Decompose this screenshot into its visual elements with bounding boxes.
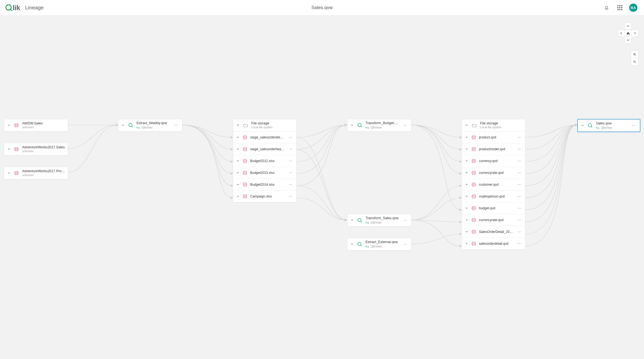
transform-budget-node[interactable]: Transform_Budget.qvw QlikView ⋯ <box>347 119 411 132</box>
more-icon[interactable]: ⋯ <box>516 205 522 211</box>
expand-icon[interactable] <box>581 124 584 127</box>
more-icon[interactable]: ⋯ <box>288 158 294 164</box>
more-icon[interactable]: ⋯ <box>402 122 408 129</box>
link-icon <box>366 221 369 224</box>
zoom-in-button[interactable] <box>631 51 639 58</box>
source-node-1[interactable]: AdventureWorks2017.Sales unknown <box>4 143 68 155</box>
more-icon[interactable]: ⋯ <box>402 241 408 247</box>
notifications-icon[interactable] <box>603 4 610 12</box>
expand-icon[interactable] <box>236 194 240 198</box>
source-node-2[interactable]: AdventureWorks2017.Produ... unknown <box>4 167 68 179</box>
expand-icon[interactable] <box>236 183 240 187</box>
expand-icon[interactable] <box>465 183 469 187</box>
node-subtitle: Local file system <box>251 126 294 129</box>
expand-icon[interactable] <box>236 147 240 151</box>
file-row[interactable]: Budget2014.xlsx⋯ <box>233 179 296 191</box>
file-storage-2[interactable]: File storage Local file system product.q… <box>462 119 525 250</box>
file-row[interactable]: customer.qvd⋯ <box>462 179 525 191</box>
more-icon[interactable]: ⋯ <box>288 134 294 140</box>
expand-icon[interactable] <box>465 194 469 198</box>
file-row[interactable]: product.qvd⋯ <box>462 132 525 143</box>
expand-icon[interactable] <box>465 230 469 234</box>
file-row[interactable]: Budget2013.xlsx⋯ <box>233 167 296 179</box>
file-row[interactable]: stage_salesorderhead...⋯ <box>233 143 296 155</box>
expand-icon[interactable] <box>465 147 469 151</box>
file-row[interactable]: budget.qvd⋯ <box>462 202 525 214</box>
transform-sales-node[interactable]: Transform_Sales.qvw QlikView ⋯ <box>347 214 411 227</box>
nav-controls <box>618 23 639 44</box>
extract-external-node[interactable]: Extract_External.qvw QlikView ⋯ <box>347 238 411 251</box>
expand-icon[interactable] <box>7 123 11 127</box>
more-icon[interactable]: ⋯ <box>173 122 179 129</box>
file-label: Budget2012.xlsx <box>250 159 285 163</box>
file-storage-1[interactable]: File storage Local file system stage_sal… <box>233 119 297 202</box>
expand-icon[interactable] <box>236 171 240 175</box>
more-icon[interactable]: ⋯ <box>288 182 294 188</box>
expand-icon[interactable] <box>465 159 469 163</box>
file-label: currency.qvd <box>479 159 514 163</box>
more-icon[interactable]: ⋯ <box>631 122 637 129</box>
more-icon[interactable]: ⋯ <box>288 170 294 176</box>
app-launcher-icon[interactable] <box>616 4 624 12</box>
nav-up-button[interactable] <box>625 23 632 30</box>
expand-icon[interactable] <box>236 159 240 163</box>
zoom-out-button[interactable] <box>631 58 639 66</box>
more-icon[interactable]: ⋯ <box>516 241 522 247</box>
expand-icon[interactable] <box>350 218 354 222</box>
file-row[interactable]: currencyrate.qvd⋯ <box>462 167 525 179</box>
node-subtitle: QlikView <box>370 221 382 224</box>
datafile-icon <box>471 147 476 152</box>
user-avatar[interactable]: RA <box>629 4 637 12</box>
more-icon[interactable]: ⋯ <box>288 146 294 152</box>
file-row[interactable]: currencyrate.qvd⋯ <box>462 214 525 226</box>
expand-icon[interactable] <box>350 123 354 127</box>
nav-right-button[interactable] <box>631 30 639 37</box>
lineage-canvas[interactable]: AWDW.Sales unknown AdventureWorks2017.Sa… <box>0 15 644 359</box>
node-title: AWDW.Sales <box>22 121 65 126</box>
extract-weekly-node[interactable]: Extract_Weekly.qvw QlikView ⋯ <box>118 119 182 132</box>
more-icon[interactable]: ⋯ <box>516 229 522 235</box>
svg-rect-4 <box>621 5 622 6</box>
collapse-icon[interactable] <box>465 123 469 127</box>
more-icon[interactable]: ⋯ <box>516 158 522 164</box>
file-row[interactable]: productmodel.qvd⋯ <box>462 143 525 155</box>
expand-icon[interactable] <box>7 171 11 175</box>
svg-rect-62 <box>472 171 475 174</box>
expand-icon[interactable] <box>350 242 354 246</box>
file-row[interactable]: currency.qvd⋯ <box>462 155 525 167</box>
collapse-icon[interactable] <box>236 123 240 127</box>
svg-rect-68 <box>472 195 475 198</box>
expand-icon[interactable] <box>465 135 469 139</box>
nav-down-button[interactable] <box>625 37 632 44</box>
file-row[interactable]: Campaign.xlsx⋯ <box>233 191 296 202</box>
more-icon[interactable]: ⋯ <box>288 193 294 199</box>
file-row[interactable]: SalesOrderDetail_202...⋯ <box>462 226 525 238</box>
link-icon <box>136 126 140 129</box>
nav-home-button[interactable] <box>625 30 632 37</box>
more-icon[interactable]: ⋯ <box>516 193 522 199</box>
expand-icon[interactable] <box>121 123 125 127</box>
datafile-icon <box>242 170 247 175</box>
more-icon[interactable]: ⋯ <box>516 170 522 176</box>
more-icon[interactable]: ⋯ <box>516 182 522 188</box>
more-icon[interactable]: ⋯ <box>516 134 522 140</box>
file-row[interactable]: Budget2012.xlsx⋯ <box>233 155 296 167</box>
qlikview-icon <box>587 123 593 129</box>
nav-left-button[interactable] <box>618 30 625 37</box>
expand-icon[interactable] <box>465 206 469 210</box>
expand-icon[interactable] <box>465 242 469 246</box>
source-node-0[interactable]: AWDW.Sales unknown <box>4 119 68 132</box>
expand-icon[interactable] <box>465 218 469 222</box>
more-icon[interactable]: ⋯ <box>516 146 522 152</box>
file-row[interactable]: salesorderdetail.qvd⋯ <box>462 238 525 249</box>
file-row[interactable]: vsalesperson.qvd⋯ <box>462 191 525 202</box>
file-row[interactable]: stage_salesorderdetail...⋯ <box>233 132 296 143</box>
svg-rect-32 <box>243 148 247 151</box>
expand-icon[interactable] <box>236 135 240 139</box>
brand-logo[interactable]: lik <box>5 4 20 12</box>
target-sales-node[interactable]: Sales.qvw QlikView ⋯ <box>577 119 640 132</box>
expand-icon[interactable] <box>465 171 469 175</box>
more-icon[interactable]: ⋯ <box>402 217 408 224</box>
expand-icon[interactable] <box>7 147 11 151</box>
more-icon[interactable]: ⋯ <box>516 217 522 223</box>
